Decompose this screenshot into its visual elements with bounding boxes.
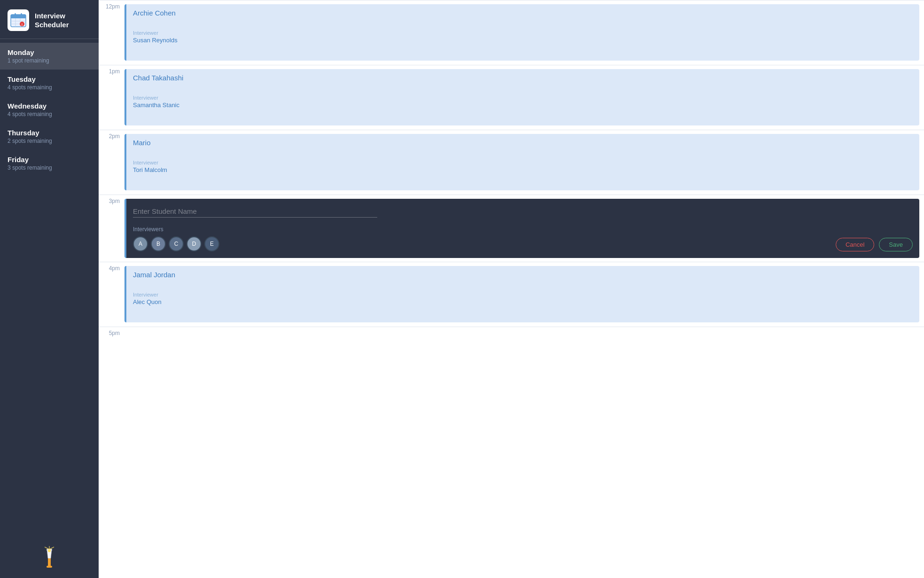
day-label: Tuesday xyxy=(8,75,91,83)
student-name: Jamal Jordan xyxy=(133,271,913,279)
time-row: 1pm Chad Takahashi Interviewer Samantha … xyxy=(99,65,924,130)
time-label: 4pm xyxy=(99,262,124,272)
schedule: 12pm Archie Cohen Interviewer Susan Reyn… xyxy=(99,0,924,391)
sidebar-item-wednesday[interactable]: Wednesday 4 spots remaining xyxy=(0,96,99,123)
interview-card: Mario Interviewer Tori Malcolm xyxy=(124,134,919,190)
lighthouse-icon xyxy=(40,545,59,569)
time-slot-area: Chad Takahashi Interviewer Samantha Stan… xyxy=(124,65,924,129)
avatar: D xyxy=(186,236,202,251)
interviewer-label: Interviewer xyxy=(133,30,913,36)
sidebar-footer xyxy=(0,536,99,578)
time-row: 3pm Interviewers ABCDE Cancel Save xyxy=(99,195,924,262)
svg-point-15 xyxy=(48,549,51,552)
save-button[interactable]: Save xyxy=(879,238,913,251)
time-row: 12pm Archie Cohen Interviewer Susan Reyn… xyxy=(99,0,924,65)
interviewer-label: Interviewer xyxy=(133,95,913,101)
sidebar-item-friday[interactable]: Friday 3 spots remaining xyxy=(0,150,99,177)
interviewer-name: Susan Reynolds xyxy=(133,37,913,44)
svg-text:!: ! xyxy=(22,23,23,26)
svg-rect-9 xyxy=(15,13,16,16)
interview-card: Archie Cohen Interviewer Susan Reynolds xyxy=(124,4,919,61)
time-label: 12pm xyxy=(99,0,124,10)
svg-line-17 xyxy=(49,547,54,549)
student-name: Chad Takahashi xyxy=(133,74,913,82)
time-slot-area xyxy=(124,327,924,365)
svg-rect-10 xyxy=(21,13,22,16)
app-title: Interview Scheduler xyxy=(35,11,69,30)
avatar: B xyxy=(151,236,166,251)
card-buttons: Cancel Save xyxy=(836,238,913,251)
day-label: Thursday xyxy=(8,129,91,137)
spots-label: 4 spots remaining xyxy=(8,84,91,91)
day-label: Monday xyxy=(8,48,91,56)
time-row: 5pm xyxy=(99,327,924,391)
student-name-input[interactable] xyxy=(133,205,377,218)
interviewer-name: Alec Quon xyxy=(133,298,913,305)
spots-label: 4 spots remaining xyxy=(8,111,91,117)
time-slot-area: Archie Cohen Interviewer Susan Reynolds xyxy=(124,0,924,64)
interviewer-label: Interviewer xyxy=(133,292,913,297)
interviewer-label: Interviewer xyxy=(133,160,913,165)
time-row: 4pm Jamal Jordan Interviewer Alec Quon xyxy=(99,262,924,327)
new-interview-card: Interviewers ABCDE Cancel Save xyxy=(124,199,919,258)
sidebar-item-tuesday[interactable]: Tuesday 4 spots remaining xyxy=(0,70,99,96)
interviewer-name: Samantha Stanic xyxy=(133,102,913,109)
time-label: 1pm xyxy=(99,65,124,75)
time-label: 3pm xyxy=(99,195,124,204)
time-label: 5pm xyxy=(99,327,124,336)
spots-label: 3 spots remaining xyxy=(8,164,91,171)
cancel-button[interactable]: Cancel xyxy=(836,238,874,251)
interview-card: Chad Takahashi Interviewer Samantha Stan… xyxy=(124,69,919,125)
sidebar-item-monday[interactable]: Monday 1 spot remaining xyxy=(0,43,99,70)
time-slot-area: Mario Interviewer Tori Malcolm xyxy=(124,130,924,194)
app-icon: ! xyxy=(8,9,29,31)
time-slot-area: Interviewers ABCDE Cancel Save xyxy=(124,195,924,262)
avatar: A xyxy=(133,236,148,251)
sidebar: ! Interview Scheduler Monday 1 spot rema… xyxy=(0,0,99,578)
time-label: 2pm xyxy=(99,130,124,140)
main-content: 12pm Archie Cohen Interviewer Susan Reyn… xyxy=(99,0,924,578)
avatar: E xyxy=(204,236,219,251)
svg-rect-11 xyxy=(48,558,51,566)
time-slot-area: Jamal Jordan Interviewer Alec Quon xyxy=(124,262,924,326)
time-row: 2pm Mario Interviewer Tori Malcolm xyxy=(99,130,924,195)
student-name: Mario xyxy=(133,139,913,147)
svg-line-16 xyxy=(45,547,49,549)
day-label: Friday xyxy=(8,156,91,164)
interviewer-name: Tori Malcolm xyxy=(133,166,913,173)
svg-rect-12 xyxy=(47,566,52,568)
avatars-row: ABCDE xyxy=(133,236,913,251)
interviewers-label: Interviewers xyxy=(133,226,913,233)
spots-label: 1 spot remaining xyxy=(8,57,91,64)
nav-list: Monday 1 spot remaining Tuesday 4 spots … xyxy=(0,43,99,177)
spots-label: 2 spots remaining xyxy=(8,138,91,144)
app-header: ! Interview Scheduler xyxy=(0,0,99,39)
interview-card: Jamal Jordan Interviewer Alec Quon xyxy=(124,266,919,322)
day-label: Wednesday xyxy=(8,102,91,110)
svg-rect-2 xyxy=(11,16,26,18)
avatar: C xyxy=(169,236,184,251)
student-name: Archie Cohen xyxy=(133,9,913,17)
sidebar-item-thursday[interactable]: Thursday 2 spots remaining xyxy=(0,123,99,150)
